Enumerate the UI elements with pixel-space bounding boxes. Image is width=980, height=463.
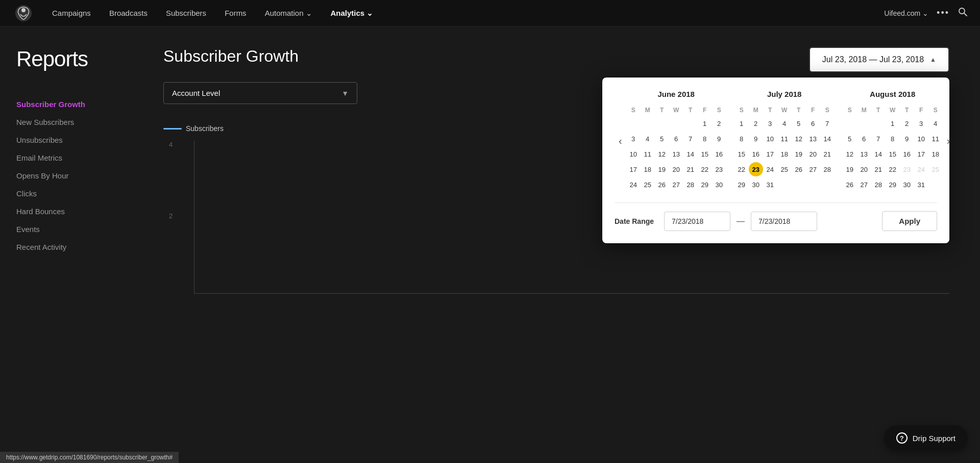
june-3[interactable]: 3 bbox=[626, 132, 641, 146]
aug-30[interactable]: 30 bbox=[900, 177, 914, 192]
july-11[interactable]: 11 bbox=[777, 132, 792, 146]
sidebar-item-unsubscribes[interactable]: Unsubscribes bbox=[16, 132, 127, 148]
june-11[interactable]: 11 bbox=[641, 147, 655, 161]
july-7[interactable]: 7 bbox=[820, 116, 835, 131]
july-8[interactable]: 8 bbox=[734, 132, 749, 146]
july-9[interactable]: 9 bbox=[749, 132, 763, 146]
june-13[interactable]: 13 bbox=[669, 147, 683, 161]
june-20[interactable]: 20 bbox=[669, 162, 683, 176]
june-10[interactable]: 10 bbox=[626, 147, 641, 161]
june-21[interactable]: 21 bbox=[683, 162, 698, 176]
aug-1[interactable]: 1 bbox=[886, 116, 900, 131]
july-10[interactable]: 10 bbox=[763, 132, 777, 146]
july-28[interactable]: 28 bbox=[820, 162, 835, 176]
aug-15[interactable]: 15 bbox=[886, 147, 900, 161]
july-27[interactable]: 27 bbox=[806, 162, 820, 176]
aug-31[interactable]: 31 bbox=[914, 177, 928, 192]
date-range-button[interactable]: Jul 23, 2018 — Jul 23, 2018 ▲ bbox=[809, 47, 949, 72]
july-20[interactable]: 20 bbox=[806, 147, 820, 161]
june-8[interactable]: 8 bbox=[698, 132, 712, 146]
july-26[interactable]: 26 bbox=[792, 162, 806, 176]
july-22[interactable]: 22 bbox=[734, 162, 749, 176]
aug-4[interactable]: 4 bbox=[928, 116, 943, 131]
aug-16[interactable]: 16 bbox=[900, 147, 914, 161]
drip-support-button[interactable]: ? Drip Support bbox=[884, 425, 968, 451]
june-6[interactable]: 6 bbox=[669, 132, 683, 146]
aug-19[interactable]: 19 bbox=[843, 162, 857, 176]
june-17[interactable]: 17 bbox=[626, 162, 641, 176]
june-14[interactable]: 14 bbox=[683, 147, 698, 161]
sidebar-item-email-metrics[interactable]: Email Metrics bbox=[16, 149, 127, 166]
aug-7[interactable]: 7 bbox=[871, 132, 886, 146]
sidebar-item-hard-bounces[interactable]: Hard Bounces bbox=[16, 203, 127, 220]
july-4[interactable]: 4 bbox=[777, 116, 792, 131]
aug-5[interactable]: 5 bbox=[843, 132, 857, 146]
nav-logo[interactable] bbox=[12, 2, 35, 24]
aug-24-gray[interactable]: 24 bbox=[914, 162, 928, 176]
july-16[interactable]: 16 bbox=[749, 147, 763, 161]
sidebar-item-events[interactable]: Events bbox=[16, 221, 127, 238]
nav-automation[interactable]: Automation ⌄ bbox=[256, 0, 322, 27]
june-24[interactable]: 24 bbox=[626, 177, 641, 192]
june-12[interactable]: 12 bbox=[655, 147, 669, 161]
end-date-input[interactable] bbox=[751, 212, 817, 231]
june-29[interactable]: 29 bbox=[698, 177, 712, 192]
june-2[interactable]: 2 bbox=[712, 116, 726, 131]
july-24[interactable]: 24 bbox=[763, 162, 777, 176]
aug-22[interactable]: 22 bbox=[886, 162, 900, 176]
june-22[interactable]: 22 bbox=[698, 162, 712, 176]
aug-12[interactable]: 12 bbox=[843, 147, 857, 161]
aug-17[interactable]: 17 bbox=[914, 147, 928, 161]
july-23[interactable]: 23 bbox=[749, 162, 763, 176]
sidebar-item-recent-activity[interactable]: Recent Activity bbox=[16, 239, 127, 255]
aug-23-gray[interactable]: 23 bbox=[900, 162, 914, 176]
aug-13[interactable]: 13 bbox=[857, 147, 871, 161]
aug-2[interactable]: 2 bbox=[900, 116, 914, 131]
june-15[interactable]: 15 bbox=[698, 147, 712, 161]
nav-subscribers[interactable]: Subscribers bbox=[157, 0, 215, 27]
july-19[interactable]: 19 bbox=[792, 147, 806, 161]
june-5[interactable]: 5 bbox=[655, 132, 669, 146]
aug-8[interactable]: 8 bbox=[886, 132, 900, 146]
july-17[interactable]: 17 bbox=[763, 147, 777, 161]
calendar-prev-button[interactable]: ‹ bbox=[615, 133, 626, 149]
aug-10[interactable]: 10 bbox=[914, 132, 928, 146]
june-26[interactable]: 26 bbox=[655, 177, 669, 192]
nav-more-button[interactable]: ••• bbox=[937, 8, 949, 18]
june-18[interactable]: 18 bbox=[641, 162, 655, 176]
aug-27[interactable]: 27 bbox=[857, 177, 871, 192]
july-3[interactable]: 3 bbox=[763, 116, 777, 131]
june-9[interactable]: 9 bbox=[712, 132, 726, 146]
june-23[interactable]: 23 bbox=[712, 162, 726, 176]
sidebar-item-subscriber-growth[interactable]: Subscriber Growth bbox=[16, 96, 127, 113]
july-2[interactable]: 2 bbox=[749, 116, 763, 131]
july-29[interactable]: 29 bbox=[734, 177, 749, 192]
aug-29[interactable]: 29 bbox=[886, 177, 900, 192]
aug-26[interactable]: 26 bbox=[843, 177, 857, 192]
start-date-input[interactable] bbox=[664, 212, 730, 231]
july-14[interactable]: 14 bbox=[820, 132, 835, 146]
sidebar-item-clicks[interactable]: Clicks bbox=[16, 185, 127, 202]
july-25[interactable]: 25 bbox=[777, 162, 792, 176]
july-12[interactable]: 12 bbox=[792, 132, 806, 146]
july-6[interactable]: 6 bbox=[806, 116, 820, 131]
july-31[interactable]: 31 bbox=[763, 177, 777, 192]
july-5[interactable]: 5 bbox=[792, 116, 806, 131]
june-7[interactable]: 7 bbox=[683, 132, 698, 146]
aug-9[interactable]: 9 bbox=[900, 132, 914, 146]
aug-28[interactable]: 28 bbox=[871, 177, 886, 192]
july-21[interactable]: 21 bbox=[820, 147, 835, 161]
june-30[interactable]: 30 bbox=[712, 177, 726, 192]
aug-6[interactable]: 6 bbox=[857, 132, 871, 146]
july-13[interactable]: 13 bbox=[806, 132, 820, 146]
aug-11[interactable]: 11 bbox=[928, 132, 943, 146]
nav-campaigns[interactable]: Campaigns bbox=[43, 0, 100, 27]
july-1[interactable]: 1 bbox=[734, 116, 749, 131]
aug-18[interactable]: 18 bbox=[928, 147, 943, 161]
june-16[interactable]: 16 bbox=[712, 147, 726, 161]
nav-analytics[interactable]: Analytics ⌄ bbox=[322, 0, 383, 27]
calendar-next-button[interactable]: › bbox=[943, 133, 954, 149]
aug-21[interactable]: 21 bbox=[871, 162, 886, 176]
account-level-dropdown[interactable]: Account Level ▼ bbox=[163, 82, 357, 104]
june-19[interactable]: 19 bbox=[655, 162, 669, 176]
